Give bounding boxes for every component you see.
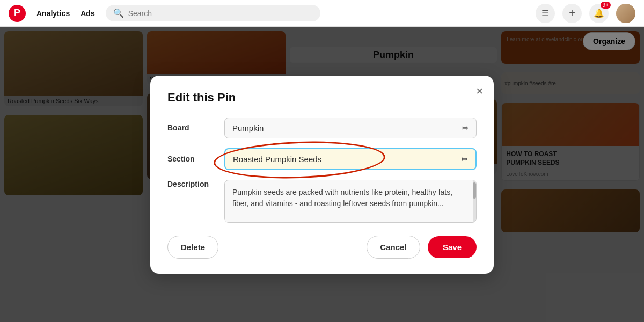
menu-button[interactable]: ☰ [536,4,555,23]
section-row: Section Roasted Pumpkin Seeds ⤇ [167,148,477,170]
modal-overlay: × Edit this Pin Board Pumpkin ⤇ Section … [0,27,644,322]
board-chevron-icon: ⤇ [462,123,469,132]
cancel-button[interactable]: Cancel [367,236,420,259]
section-chevron-icon: ⤇ [462,155,468,163]
scroll-track [473,180,476,222]
board-row: Board Pumpkin ⤇ [167,118,477,138]
section-select-value: Roasted Pumpkin Seeds [233,155,321,164]
user-avatar[interactable] [616,4,635,23]
section-label: Section [167,155,216,163]
nav-ads[interactable]: Ads [80,9,94,18]
delete-button[interactable]: Delete [167,236,218,259]
search-input[interactable] [128,9,313,18]
board-select-value: Pumpkin [232,123,264,133]
add-button[interactable]: + [562,4,582,23]
modal-title: Edit this Pin [167,91,477,105]
search-icon: 🔍 [113,8,124,18]
description-row: Description Pumpkin seeds are packed wit… [167,180,477,223]
modal-footer: Delete Cancel Save [167,236,477,259]
notifications-button[interactable]: 🔔 9+ [589,4,609,23]
description-field[interactable]: Pumpkin seeds are packed with nutrients … [224,180,477,223]
nav-right-actions: ☰ + 🔔 9+ [536,4,635,23]
board-select[interactable]: Pumpkin ⤇ [224,118,477,138]
description-label: Description [167,180,216,188]
notification-badge: 9+ [601,2,611,9]
navbar: P Analytics Ads 🔍 ☰ + 🔔 9+ [0,0,644,27]
modal-footer-right: Cancel Save [367,236,477,259]
section-select-wrapper: Roasted Pumpkin Seeds ⤇ [224,148,477,170]
bell-icon: 🔔 [594,8,604,18]
edit-pin-modal: × Edit this Pin Board Pumpkin ⤇ Section … [150,76,494,274]
section-select[interactable]: Roasted Pumpkin Seeds ⤇ [224,148,477,170]
board-label: Board [167,123,216,132]
pinterest-logo[interactable]: P [9,5,26,22]
plus-icon: + [569,7,575,19]
close-button[interactable]: × [476,85,483,97]
menu-icon: ☰ [541,8,549,18]
description-text: Pumpkin seeds are packed with nutrients … [232,188,452,208]
nav-analytics[interactable]: Analytics [36,9,70,18]
scroll-thumb[interactable] [473,182,476,199]
nav-search-bar[interactable]: 🔍 [106,5,320,21]
background-content: Roasted Pumpkin Seeds Six Ways Wrapped A… [0,27,644,322]
save-button[interactable]: Save [428,236,477,258]
